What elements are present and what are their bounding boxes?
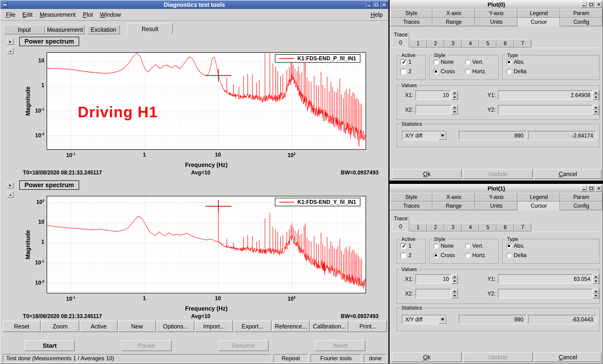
expand-plot-button[interactable]: ▶ — [7, 182, 14, 188]
y2-spinner[interactable] — [593, 289, 599, 298]
trace-tab-3[interactable]: 3 — [444, 223, 462, 231]
style-none-radio[interactable] — [433, 243, 439, 249]
tab-cursor[interactable]: Cursor — [518, 18, 560, 26]
style-horiz-radio[interactable] — [465, 253, 470, 258]
plot-area[interactable]: K1:FDS-END_Y_fil_IN1 — [47, 196, 366, 293]
trace-tab-6[interactable]: 6 — [497, 39, 514, 47]
spinner-up-icon[interactable] — [451, 274, 458, 279]
trace-2-checkbox[interactable] — [400, 253, 406, 258]
statistics-mode-select[interactable]: X/Y diff — [402, 315, 447, 324]
fourier-tools-button[interactable]: Fourier tools — [311, 354, 361, 363]
tab-y-axis[interactable]: Y-axis — [475, 9, 518, 18]
chevron-down-icon[interactable] — [439, 131, 447, 140]
pause-button[interactable]: Pause — [122, 340, 172, 351]
cancel-button[interactable]: Cancel — [534, 169, 602, 179]
tab-legend[interactable]: Legend — [518, 193, 560, 202]
update-button[interactable]: Update — [463, 352, 533, 362]
new-button[interactable]: New — [118, 321, 156, 332]
window-menu-button[interactable] — [2, 2, 8, 8]
x2-spinner[interactable] — [451, 105, 458, 114]
repeat-button[interactable]: Repeat — [273, 354, 308, 363]
y2-spinner[interactable] — [593, 105, 599, 114]
trace-1-checkbox[interactable] — [400, 243, 406, 249]
x1-input[interactable]: 10 — [416, 91, 451, 100]
close-button[interactable]: ✕ — [381, 1, 387, 8]
minimize-button[interactable] — [581, 185, 587, 192]
spinner-down-icon[interactable] — [451, 294, 458, 298]
maximize-button[interactable] — [373, 1, 380, 8]
y1-spinner[interactable] — [593, 274, 599, 284]
tab-config[interactable]: Config — [560, 18, 603, 26]
tab-units[interactable]: Units — [475, 18, 518, 26]
x2-input[interactable] — [416, 105, 451, 114]
menu-measurement[interactable]: Measurement — [36, 10, 79, 20]
ok-button[interactable]: Ok — [392, 169, 462, 179]
trace-1-checkbox[interactable] — [400, 59, 406, 65]
trace-tab-2[interactable]: 2 — [427, 39, 444, 47]
tab-range[interactable]: Range — [432, 202, 475, 210]
tab-measurement[interactable]: Measurement — [46, 25, 85, 34]
tab-x-axis[interactable]: X-axis — [432, 193, 475, 202]
menu-edit[interactable]: Edit — [19, 10, 36, 20]
menu-help[interactable]: Help — [367, 10, 386, 20]
calibration-button[interactable]: Calibration... — [311, 321, 348, 332]
menu-window[interactable]: Window — [96, 10, 124, 20]
y1-spinner[interactable] — [593, 91, 599, 100]
tab-traces[interactable]: Traces — [390, 18, 432, 26]
spinner-up-icon[interactable] — [593, 105, 599, 110]
tab-units[interactable]: Units — [475, 202, 518, 210]
zoom-button[interactable]: Zoom — [41, 321, 79, 332]
style-vert-radio[interactable] — [465, 243, 470, 249]
ok-button[interactable]: Ok — [392, 352, 462, 362]
x1-spinner[interactable] — [451, 274, 458, 284]
reference-button[interactable]: Reference... — [272, 321, 310, 332]
style-horiz-radio[interactable] — [465, 69, 470, 74]
spinner-up-icon[interactable] — [593, 274, 599, 279]
window-titlebar[interactable]: Diagnostics test tools ✕ — [0, 0, 388, 9]
trace-tab-5[interactable]: 5 — [479, 39, 497, 47]
type-abs-radio[interactable] — [506, 243, 512, 249]
spinner-up-icon[interactable] — [451, 105, 458, 110]
tab-param[interactable]: Param — [560, 193, 603, 202]
spinner-down-icon[interactable] — [593, 294, 599, 298]
minimize-button[interactable] — [366, 1, 372, 8]
menu-file[interactable]: File — [2, 10, 19, 20]
trace-tab-1[interactable]: 1 — [409, 223, 427, 231]
spinner-down-icon[interactable] — [593, 95, 599, 100]
update-button[interactable]: Update — [463, 169, 533, 179]
menu-plot[interactable]: Plot — [79, 10, 96, 20]
spinner-down-icon[interactable] — [451, 95, 458, 100]
reset-button[interactable]: Reset — [3, 321, 41, 332]
spinner-up-icon[interactable] — [593, 91, 599, 95]
x2-input[interactable] — [416, 289, 451, 298]
chevron-down-icon[interactable] — [439, 315, 447, 324]
x1-spinner[interactable] — [451, 91, 458, 100]
close-button[interactable]: ✕ — [595, 185, 602, 192]
trace-2-checkbox[interactable] — [400, 69, 406, 74]
tab-range[interactable]: Range — [432, 18, 475, 26]
style-cross-radio[interactable] — [433, 253, 439, 258]
tab-cursor[interactable]: Cursor — [518, 202, 560, 210]
style-cross-radio[interactable] — [433, 69, 439, 74]
x1-input[interactable]: 10 — [416, 274, 451, 284]
trace-tab-0[interactable]: 0 — [392, 221, 409, 231]
type-delta-radio[interactable] — [506, 69, 512, 74]
tab-x-axis[interactable]: X-axis — [432, 9, 475, 18]
options-button[interactable]: Options... — [157, 321, 194, 332]
statistics-mode-select[interactable]: X/Y diff — [402, 131, 447, 140]
start-button[interactable]: Start — [25, 340, 75, 351]
trace-tab-7[interactable]: 7 — [514, 223, 531, 231]
tab-style[interactable]: Style — [390, 9, 432, 18]
spinner-up-icon[interactable] — [593, 289, 599, 294]
spinner-down-icon[interactable] — [593, 110, 599, 114]
expand-plot-button[interactable]: ▶ — [7, 38, 14, 45]
close-button[interactable]: ✕ — [595, 1, 602, 8]
import-button[interactable]: Import... — [195, 321, 233, 332]
collapse-plot-button[interactable]: ▲ — [7, 191, 14, 198]
trace-tab-0[interactable]: 0 — [392, 37, 409, 47]
active-button[interactable]: Active — [80, 321, 117, 332]
tab-y-axis[interactable]: Y-axis — [475, 193, 518, 202]
trace-tab-3[interactable]: 3 — [444, 39, 462, 47]
collapse-plot-button[interactable]: ▲ — [7, 47, 14, 54]
type-delta-radio[interactable] — [506, 253, 512, 258]
